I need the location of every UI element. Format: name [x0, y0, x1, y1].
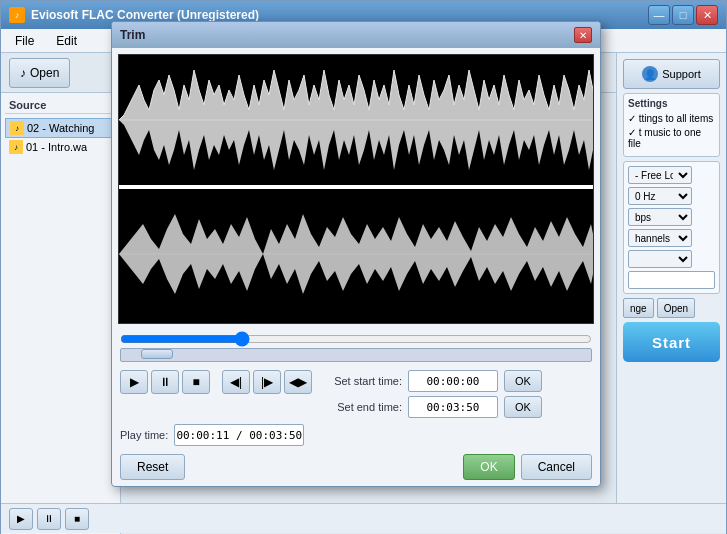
back-icon: ◀|: [230, 375, 242, 389]
playtime-label: Play time:: [120, 429, 168, 441]
trim-back-button[interactable]: ◀|: [222, 370, 250, 394]
forward-icon: |▶: [261, 375, 273, 389]
waveform-display: // This won't execute in SVG, so we'll u…: [118, 54, 594, 324]
freq-select[interactable]: 0 Hz: [628, 187, 692, 205]
change-button[interactable]: nge: [623, 298, 654, 318]
minimize-button[interactable]: —: [648, 5, 670, 25]
support-label: Support: [662, 68, 701, 80]
stop-icon: ■: [192, 375, 199, 389]
waveform-top-svg: // This won't execute in SVG, so we'll u…: [119, 55, 593, 185]
apply-label: ✓ ttings to all items: [628, 113, 713, 124]
bitrate-select[interactable]: bps: [628, 208, 692, 226]
play-icon: ▶: [130, 375, 139, 389]
set-start-label: Set start time:: [322, 375, 402, 387]
progress-bar[interactable]: [120, 348, 592, 362]
trim-mark-button[interactable]: ◀▶: [284, 370, 312, 394]
play-button[interactable]: ▶: [9, 508, 33, 530]
trim-position-slider[interactable]: [120, 334, 592, 344]
mark-icon: ◀▶: [289, 375, 307, 389]
titlebar-buttons: — □ ✕: [648, 5, 718, 25]
end-time-input[interactable]: 00:03:50: [408, 396, 498, 418]
pause-button[interactable]: ⏸: [37, 508, 61, 530]
merge-row: ✓ t music to one file: [628, 127, 715, 149]
playtime-value: 00:00:11 / 00:03:50: [174, 424, 304, 446]
format-group: - Free Lossk - 0 Hz bps hannels Stereo: [623, 161, 720, 294]
trim-close-button[interactable]: ✕: [574, 27, 592, 43]
file-name: 01 - Intro.wa: [26, 141, 87, 153]
reset-button[interactable]: Reset: [120, 454, 185, 480]
extra-select[interactable]: [628, 250, 692, 268]
open-button[interactable]: ♪ Open: [9, 58, 70, 88]
waveform-top: // This won't execute in SVG, so we'll u…: [119, 55, 593, 185]
source-header: Source: [5, 97, 116, 114]
format-select[interactable]: - Free Lossk -: [628, 166, 692, 184]
ok-button[interactable]: OK: [463, 454, 514, 480]
set-end-label: Set end time:: [322, 401, 402, 413]
file-list: ♪ 02 - Watching ♪ 01 - Intro.wa: [5, 118, 116, 156]
settings-title: Settings: [628, 98, 715, 109]
channels-select[interactable]: hannels Stereo: [628, 229, 692, 247]
trim-pause-button[interactable]: ⏸: [151, 370, 179, 394]
change-open-row: nge Open: [623, 298, 720, 318]
apply-row: ✓ ttings to all items: [628, 113, 715, 124]
change-label: nge: [630, 303, 647, 314]
open-folder-button[interactable]: Open: [657, 298, 695, 318]
merge-label: ✓ t music to one file: [628, 127, 715, 149]
trim-forward-button[interactable]: |▶: [253, 370, 281, 394]
edit-menu[interactable]: Edit: [46, 32, 87, 50]
support-button[interactable]: 👤 Support: [623, 59, 720, 89]
trim-stop-button[interactable]: ■: [182, 370, 210, 394]
set-start-row: Set start time: 00:00:00 OK: [322, 370, 542, 392]
controls-row: ▶ ⏸ ■ ◀| |▶ ◀▶: [112, 366, 600, 422]
progress-indicator: [141, 349, 173, 359]
trim-transport-controls: ▶ ⏸ ■ ◀| |▶ ◀▶: [120, 370, 312, 394]
trim-title: Trim: [120, 28, 145, 42]
list-item[interactable]: ♪ 01 - Intro.wa: [5, 138, 116, 156]
support-icon: 👤: [642, 66, 658, 82]
maximize-button[interactable]: □: [672, 5, 694, 25]
close-button[interactable]: ✕: [696, 5, 718, 25]
list-item[interactable]: ♪ 02 - Watching: [5, 118, 116, 138]
right-settings-panel: 👤 Support Settings ✓ ttings to all items…: [616, 53, 726, 505]
start-button[interactable]: Start: [623, 322, 720, 362]
trim-time-controls: Set start time: 00:00:00 OK Set end time…: [322, 370, 542, 418]
trim-bottom-buttons: Reset OK Cancel: [112, 448, 600, 486]
set-end-row: Set end time: 00:03:50 OK: [322, 396, 542, 418]
end-ok-button[interactable]: OK: [504, 396, 542, 418]
trim-titlebar: Trim ✕: [112, 22, 600, 48]
start-time-input[interactable]: 00:00:00: [408, 370, 498, 392]
transport-bar: ▶ ⏸ ■: [1, 503, 726, 533]
open-folder-label: Open: [664, 303, 688, 314]
trim-slider-row: [112, 330, 600, 348]
trim-dialog: Trim ✕ // This won't execute in SVG, so …: [111, 21, 601, 487]
output-path-input[interactable]: [628, 271, 715, 289]
left-panel: Source ♪ 02 - Watching ♪ 01 - Intro.wa: [1, 93, 121, 534]
playtime-row: Play time: 00:00:11 / 00:03:50: [112, 422, 600, 448]
file-icon: ♪: [10, 121, 24, 135]
settings-group: Settings ✓ ttings to all items ✓ t music…: [623, 93, 720, 157]
stop-button[interactable]: ■: [65, 508, 89, 530]
file-icon: ♪: [9, 140, 23, 154]
file-menu[interactable]: File: [5, 32, 44, 50]
pause-icon: ⏸: [159, 375, 171, 389]
open-label: Open: [30, 66, 59, 80]
file-name: 02 - Watching: [27, 122, 94, 134]
trim-play-button[interactable]: ▶: [120, 370, 148, 394]
ok-cancel-group: OK Cancel: [463, 454, 592, 480]
waveform-bottom: [119, 189, 593, 319]
app-icon: ♪: [9, 7, 25, 23]
waveform-bottom-svg: [119, 189, 593, 319]
start-ok-button[interactable]: OK: [504, 370, 542, 392]
cancel-button[interactable]: Cancel: [521, 454, 592, 480]
app-window: ♪ Eviosoft FLAC Converter (Unregistered)…: [0, 0, 727, 534]
music-icon: ♪: [20, 66, 26, 80]
app-title: Eviosoft FLAC Converter (Unregistered): [31, 8, 259, 22]
